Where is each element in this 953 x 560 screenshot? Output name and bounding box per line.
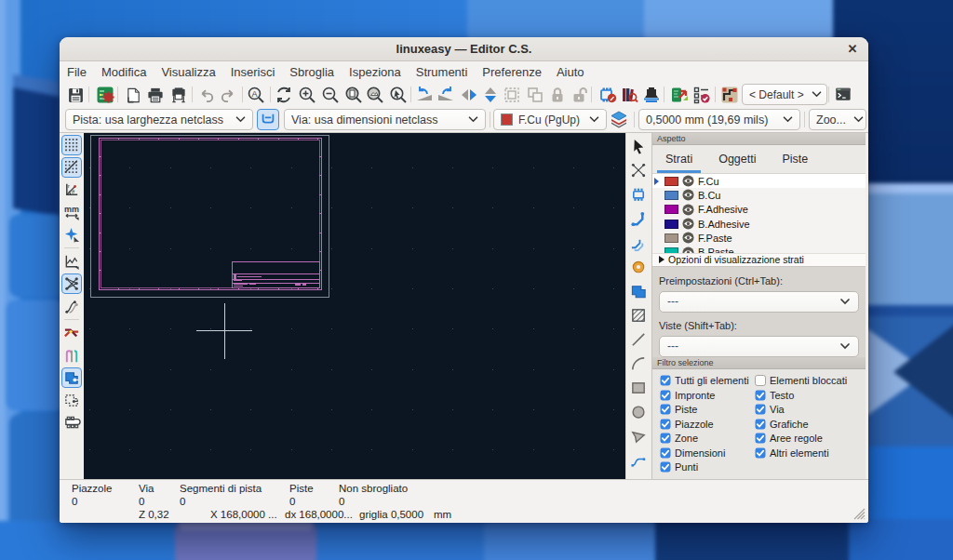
- layer-display-options[interactable]: Opzioni di visualizzazione strati: [652, 253, 866, 267]
- checked-checkbox-icon[interactable]: [660, 390, 671, 401]
- layer-visibility-eye-icon[interactable]: [682, 175, 694, 187]
- menu-preferenze[interactable]: Preferenze: [475, 63, 549, 81]
- board-setup-button[interactable]: [95, 85, 115, 105]
- checked-checkbox-icon[interactable]: [660, 419, 671, 430]
- rule-area-button[interactable]: [629, 305, 650, 326]
- layer-row-f-cu[interactable]: F.Cu: [652, 174, 866, 188]
- plot-button[interactable]: [168, 85, 189, 105]
- draw-polygon-button[interactable]: [629, 426, 650, 447]
- filter-grafiche[interactable]: Grafiche: [755, 417, 866, 432]
- select-arrow-button[interactable]: [629, 136, 650, 156]
- checked-checkbox-icon[interactable]: [660, 433, 671, 444]
- filter-via[interactable]: Via: [755, 403, 866, 418]
- draw-arc-button[interactable]: [629, 353, 650, 374]
- draw-line-button[interactable]: [629, 329, 650, 350]
- ratsnest-lines-button[interactable]: [61, 273, 82, 294]
- filter-testo[interactable]: Testo: [755, 388, 866, 403]
- via-sketch-button[interactable]: [61, 345, 82, 366]
- layer-preset-dropdown[interactable]: < Default >: [742, 84, 827, 105]
- checked-checkbox-icon[interactable]: [755, 404, 766, 415]
- pad-sketch-button[interactable]: [61, 412, 82, 433]
- add-via-button[interactable]: [629, 257, 650, 277]
- pcb-canvas[interactable]: [84, 133, 625, 479]
- filter-zone[interactable]: Zone: [660, 432, 755, 447]
- route-track-button[interactable]: [629, 208, 650, 229]
- checked-checkbox-icon[interactable]: [660, 375, 671, 386]
- layer-color-swatch[interactable]: [664, 220, 678, 229]
- filter-impronte[interactable]: Impronte: [660, 388, 755, 403]
- filter-altri-elementi[interactable]: Altri elementi: [755, 446, 866, 460]
- menu-visualizza[interactable]: Visualizza: [154, 63, 222, 81]
- crosshair-cursor-button[interactable]: [61, 224, 82, 245]
- checked-checkbox-icon[interactable]: [660, 404, 671, 415]
- footprint-browser-button[interactable]: [619, 85, 639, 105]
- page-settings-button[interactable]: [123, 85, 143, 105]
- scripting-console-button[interactable]: [833, 85, 853, 105]
- tab-piste[interactable]: Piste: [781, 149, 811, 169]
- menu-aiuto[interactable]: Aiuto: [549, 63, 592, 81]
- layer-color-swatch[interactable]: [664, 177, 678, 186]
- place-footprint-button[interactable]: [629, 184, 650, 205]
- filter-tutti-gli-elementi[interactable]: Tutti gli elementi: [660, 374, 755, 389]
- views-dropdown[interactable]: ---: [659, 336, 859, 357]
- layer-row-b-adhesive[interactable]: B.Adhesive: [652, 217, 866, 231]
- layer-color-swatch[interactable]: [664, 205, 678, 214]
- zone-outline-button[interactable]: [61, 390, 82, 410]
- tab-oggetti[interactable]: Oggetti: [717, 149, 758, 169]
- save-button[interactable]: [65, 85, 86, 105]
- layer-dropdown[interactable]: F.Cu (PgUp): [493, 109, 607, 130]
- layer-row-b-cu[interactable]: B.Cu: [652, 188, 866, 202]
- checked-checkbox-icon[interactable]: [660, 461, 671, 473]
- footprint-editor-button[interactable]: [597, 85, 618, 105]
- layer-color-swatch[interactable]: [664, 247, 678, 252]
- rotate-ccw-button[interactable]: [414, 85, 435, 105]
- draw-rectangle-button[interactable]: [629, 378, 650, 398]
- update-pcb-button[interactable]: [669, 85, 690, 105]
- filter-dimensioni[interactable]: Dimensioni: [660, 446, 755, 460]
- titlebar[interactable]: linuxeasy — Editor C.S. ✕: [60, 37, 868, 61]
- filter-piazzole[interactable]: Piazzole: [660, 417, 755, 432]
- presets-dropdown[interactable]: ---: [659, 291, 859, 313]
- layer-color-swatch[interactable]: [664, 191, 678, 200]
- filter-aree-regole[interactable]: Aree regole: [755, 432, 866, 447]
- layer-visibility-eye-icon[interactable]: [682, 232, 694, 244]
- close-button[interactable]: ✕: [845, 42, 860, 57]
- menu-modifica[interactable]: Modifica: [94, 63, 154, 81]
- layer-color-swatch[interactable]: [664, 233, 678, 243]
- filter-punti[interactable]: Punti: [660, 460, 755, 475]
- lock-button[interactable]: [547, 85, 568, 105]
- selection-filter-caption[interactable]: Filtro selezione: [652, 357, 866, 369]
- group-button[interactable]: [502, 85, 522, 105]
- rotate-cw-button[interactable]: [436, 85, 456, 105]
- menu-strumenti[interactable]: Strumenti: [409, 63, 476, 81]
- find-button[interactable]: A: [246, 85, 266, 105]
- zoom-out-button[interactable]: [320, 85, 341, 105]
- appearance-panel-caption[interactable]: Aspetto: [652, 133, 866, 145]
- menu-sbroglia[interactable]: Sbroglia: [282, 63, 342, 81]
- via-size-dropdown[interactable]: Via: usa dimensioni netclass: [284, 109, 486, 130]
- ratsnest-graph-button[interactable]: [61, 251, 82, 272]
- checked-checkbox-icon[interactable]: [755, 419, 766, 430]
- curved-ratsnest-button[interactable]: [61, 296, 82, 316]
- zoom-dropdown[interactable]: Zoo...: [809, 109, 866, 130]
- layer-visibility-eye-icon[interactable]: [682, 218, 694, 230]
- polar-coordinates-button[interactable]: rθ: [61, 180, 82, 200]
- redo-button[interactable]: [218, 85, 238, 105]
- track-width-dropdown[interactable]: Pista: usa larghezza netclass: [65, 109, 253, 130]
- local-ratsnest-button[interactable]: [629, 160, 650, 180]
- layer-visibility-eye-icon[interactable]: [682, 204, 694, 216]
- draw-circle-button[interactable]: [629, 402, 650, 422]
- flip-horizontal-button[interactable]: [459, 85, 479, 105]
- layer-visibility-eye-icon[interactable]: [682, 189, 694, 201]
- unchecked-checkbox-icon[interactable]: [755, 375, 766, 386]
- layer-manager-button[interactable]: [609, 109, 629, 129]
- add-footprint-button[interactable]: [641, 85, 662, 105]
- draw-leader-button[interactable]: [629, 450, 650, 471]
- zoom-selection-button[interactable]: [388, 85, 409, 105]
- net-inspector-button[interactable]: [719, 85, 740, 105]
- tab-strati[interactable]: Strati: [664, 149, 694, 169]
- print-button[interactable]: [145, 85, 166, 105]
- menu-ispeziona[interactable]: Ispeziona: [342, 63, 409, 81]
- units-mm-button[interactable]: mm: [61, 202, 82, 222]
- zoom-in-button[interactable]: [297, 85, 317, 105]
